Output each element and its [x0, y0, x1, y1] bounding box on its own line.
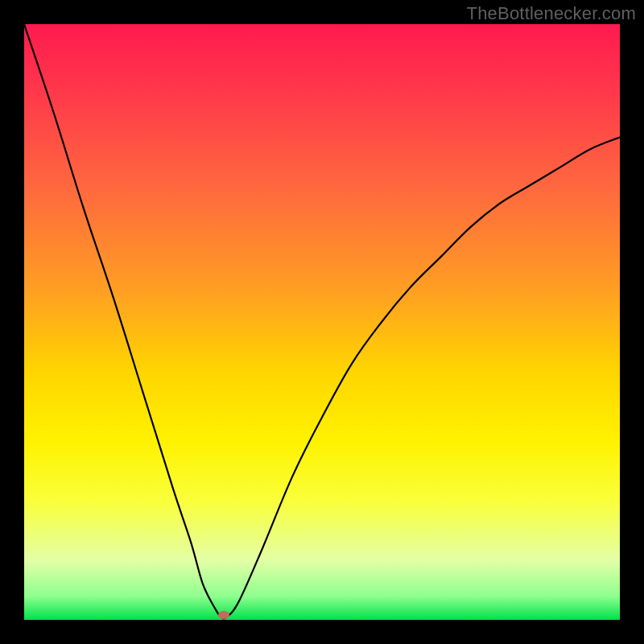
curve-path — [24, 24, 620, 618]
minimum-marker — [218, 611, 229, 619]
watermark-text: TheBottlenecker.com — [467, 3, 636, 24]
bottleneck-curve — [24, 24, 620, 620]
chart-frame: TheBottlenecker.com — [0, 0, 644, 644]
plot-area — [24, 24, 620, 620]
